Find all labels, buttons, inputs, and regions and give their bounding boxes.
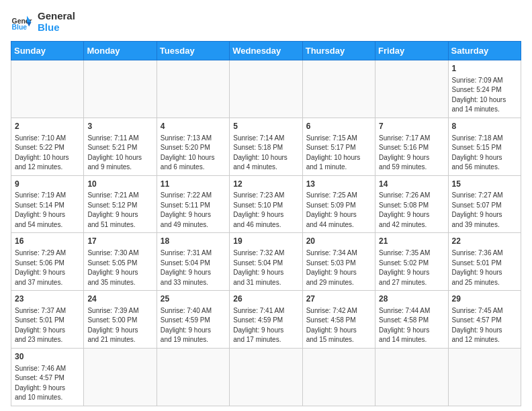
day-number: 7: [379, 121, 444, 132]
calendar-cell: 26Sunrise: 7:41 AM Sunset: 4:59 PM Dayli…: [230, 291, 302, 349]
calendar-header-row: SundayMondayTuesdayWednesdayThursdayFrid…: [11, 42, 521, 60]
calendar-cell: 5Sunrise: 7:14 AM Sunset: 5:18 PM Daylig…: [230, 118, 302, 175]
day-number: 14: [379, 179, 444, 190]
day-number: 2: [15, 121, 80, 132]
day-number: 8: [452, 121, 517, 132]
calendar-cell: 27Sunrise: 7:42 AM Sunset: 4:58 PM Dayli…: [302, 291, 375, 349]
calendar-week-row: 1Sunrise: 7:09 AM Sunset: 5:24 PM Daylig…: [11, 60, 521, 118]
calendar-cell: [375, 348, 448, 406]
cell-content: Sunrise: 7:10 AM Sunset: 5:22 PM Dayligh…: [15, 134, 80, 173]
calendar-cell: 21Sunrise: 7:35 AM Sunset: 5:02 PM Dayli…: [375, 233, 448, 291]
cell-content: Sunrise: 7:13 AM Sunset: 5:20 PM Dayligh…: [161, 134, 226, 173]
cell-content: Sunrise: 7:27 AM Sunset: 5:07 PM Dayligh…: [452, 191, 517, 230]
weekday-header: Monday: [84, 42, 157, 60]
calendar-week-row: 16Sunrise: 7:29 AM Sunset: 5:06 PM Dayli…: [11, 233, 521, 291]
cell-content: Sunrise: 7:32 AM Sunset: 5:04 PM Dayligh…: [233, 248, 298, 287]
calendar-cell: [11, 60, 84, 118]
logo-icon: General Blue: [11, 11, 32, 33]
day-number: 5: [233, 121, 298, 132]
cell-content: Sunrise: 7:23 AM Sunset: 5:10 PM Dayligh…: [233, 191, 298, 230]
calendar-cell: 7Sunrise: 7:17 AM Sunset: 5:16 PM Daylig…: [375, 118, 448, 175]
cell-content: Sunrise: 7:17 AM Sunset: 5:16 PM Dayligh…: [379, 134, 444, 173]
day-number: 9: [15, 179, 80, 190]
day-number: 26: [233, 293, 298, 305]
calendar-cell: 25Sunrise: 7:40 AM Sunset: 4:59 PM Dayli…: [157, 291, 229, 349]
day-number: 27: [306, 293, 371, 305]
calendar-cell: 14Sunrise: 7:26 AM Sunset: 5:08 PM Dayli…: [375, 175, 448, 233]
calendar-cell: 19Sunrise: 7:32 AM Sunset: 5:04 PM Dayli…: [230, 233, 302, 291]
cell-content: Sunrise: 7:09 AM Sunset: 5:24 PM Dayligh…: [452, 76, 517, 115]
calendar-cell: 9Sunrise: 7:19 AM Sunset: 5:14 PM Daylig…: [11, 175, 84, 233]
calendar-cell: 23Sunrise: 7:37 AM Sunset: 5:01 PM Dayli…: [11, 291, 84, 349]
calendar-cell: 16Sunrise: 7:29 AM Sunset: 5:06 PM Dayli…: [11, 233, 84, 291]
weekday-header: Wednesday: [230, 42, 302, 60]
calendar-cell: 18Sunrise: 7:31 AM Sunset: 5:04 PM Dayli…: [157, 233, 229, 291]
calendar-cell: 15Sunrise: 7:27 AM Sunset: 5:07 PM Dayli…: [448, 175, 521, 233]
day-number: 19: [233, 236, 298, 247]
cell-content: Sunrise: 7:11 AM Sunset: 5:21 PM Dayligh…: [87, 134, 152, 173]
day-number: 12: [233, 179, 298, 190]
day-number: 10: [87, 179, 152, 190]
day-number: 28: [379, 293, 444, 305]
cell-content: Sunrise: 7:26 AM Sunset: 5:08 PM Dayligh…: [379, 191, 444, 230]
calendar-cell: 30Sunrise: 7:46 AM Sunset: 4:57 PM Dayli…: [11, 348, 84, 406]
logo-general: General: [38, 10, 75, 21]
calendar-week-row: 23Sunrise: 7:37 AM Sunset: 5:01 PM Dayli…: [11, 291, 521, 349]
calendar-cell: [84, 60, 157, 118]
cell-content: Sunrise: 7:46 AM Sunset: 4:57 PM Dayligh…: [15, 364, 80, 403]
cell-content: Sunrise: 7:25 AM Sunset: 5:09 PM Dayligh…: [306, 191, 371, 230]
calendar-cell: 10Sunrise: 7:21 AM Sunset: 5:12 PM Dayli…: [84, 175, 157, 233]
day-number: 3: [87, 121, 152, 132]
calendar-cell: [375, 60, 448, 118]
cell-content: Sunrise: 7:22 AM Sunset: 5:11 PM Dayligh…: [161, 191, 226, 230]
cell-content: Sunrise: 7:18 AM Sunset: 5:15 PM Dayligh…: [452, 134, 517, 173]
calendar-cell: 17Sunrise: 7:30 AM Sunset: 5:05 PM Dayli…: [84, 233, 157, 291]
day-number: 25: [161, 293, 226, 305]
calendar-cell: [448, 348, 521, 406]
weekday-header: Friday: [375, 42, 448, 60]
cell-content: Sunrise: 7:34 AM Sunset: 5:03 PM Dayligh…: [306, 248, 371, 287]
cell-content: Sunrise: 7:39 AM Sunset: 5:00 PM Dayligh…: [87, 306, 152, 345]
day-number: 22: [452, 236, 517, 247]
calendar-cell: 20Sunrise: 7:34 AM Sunset: 5:03 PM Dayli…: [302, 233, 375, 291]
day-number: 1: [452, 63, 517, 75]
day-number: 23: [15, 293, 80, 305]
page-header: General Blue General Blue: [11, 11, 521, 33]
cell-content: Sunrise: 7:15 AM Sunset: 5:17 PM Dayligh…: [306, 134, 371, 173]
cell-content: Sunrise: 7:44 AM Sunset: 4:58 PM Dayligh…: [379, 306, 444, 345]
calendar-cell: 22Sunrise: 7:36 AM Sunset: 5:01 PM Dayli…: [448, 233, 521, 291]
calendar-cell: 4Sunrise: 7:13 AM Sunset: 5:20 PM Daylig…: [157, 118, 229, 175]
calendar-cell: [302, 348, 375, 406]
cell-content: Sunrise: 7:45 AM Sunset: 4:57 PM Dayligh…: [452, 306, 517, 345]
logo: General Blue General Blue: [11, 11, 75, 33]
calendar-cell: [230, 60, 302, 118]
calendar-cell: [84, 348, 157, 406]
cell-content: Sunrise: 7:19 AM Sunset: 5:14 PM Dayligh…: [15, 191, 80, 230]
day-number: 4: [161, 121, 226, 132]
cell-content: Sunrise: 7:21 AM Sunset: 5:12 PM Dayligh…: [87, 191, 152, 230]
day-number: 6: [306, 121, 371, 132]
day-number: 21: [379, 236, 444, 247]
weekday-header: Sunday: [11, 42, 84, 60]
cell-content: Sunrise: 7:42 AM Sunset: 4:58 PM Dayligh…: [306, 306, 371, 345]
calendar-cell: 2Sunrise: 7:10 AM Sunset: 5:22 PM Daylig…: [11, 118, 84, 175]
cell-content: Sunrise: 7:41 AM Sunset: 4:59 PM Dayligh…: [233, 306, 298, 345]
calendar-cell: 11Sunrise: 7:22 AM Sunset: 5:11 PM Dayli…: [157, 175, 229, 233]
cell-content: Sunrise: 7:30 AM Sunset: 5:05 PM Dayligh…: [87, 248, 152, 287]
day-number: 11: [161, 179, 226, 190]
calendar-week-row: 2Sunrise: 7:10 AM Sunset: 5:22 PM Daylig…: [11, 118, 521, 175]
calendar-cell: 1Sunrise: 7:09 AM Sunset: 5:24 PM Daylig…: [448, 60, 521, 118]
cell-content: Sunrise: 7:36 AM Sunset: 5:01 PM Dayligh…: [452, 248, 517, 287]
day-number: 30: [15, 351, 80, 363]
cell-content: Sunrise: 7:31 AM Sunset: 5:04 PM Dayligh…: [161, 248, 226, 287]
cell-content: Sunrise: 7:40 AM Sunset: 4:59 PM Dayligh…: [161, 306, 226, 345]
day-number: 20: [306, 236, 371, 247]
calendar-table: SundayMondayTuesdayWednesdayThursdayFrid…: [11, 41, 521, 406]
cell-content: Sunrise: 7:35 AM Sunset: 5:02 PM Dayligh…: [379, 248, 444, 287]
calendar-cell: 3Sunrise: 7:11 AM Sunset: 5:21 PM Daylig…: [84, 118, 157, 175]
calendar-week-row: 30Sunrise: 7:46 AM Sunset: 4:57 PM Dayli…: [11, 348, 521, 406]
svg-text:Blue: Blue: [12, 24, 28, 31]
logo-blue: Blue: [38, 22, 75, 34]
day-number: 13: [306, 179, 371, 190]
calendar-cell: 6Sunrise: 7:15 AM Sunset: 5:17 PM Daylig…: [302, 118, 375, 175]
